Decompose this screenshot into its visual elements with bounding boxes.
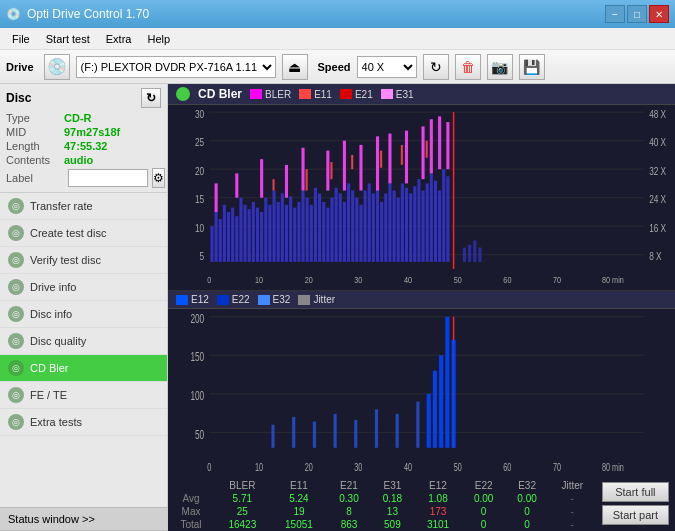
- sidebar-item-disc-info[interactable]: ◎ Disc info: [0, 301, 167, 328]
- chart1-titlebar: CD Bler BLER E11 E21 E31: [168, 84, 675, 105]
- sidebar-item-disc-quality-label: Disc quality: [30, 335, 86, 347]
- svg-text:50: 50: [454, 274, 462, 285]
- menu-extra[interactable]: Extra: [98, 31, 140, 47]
- svg-rect-78: [413, 186, 416, 262]
- stats-max-label: Max: [168, 505, 214, 518]
- svg-rect-58: [330, 198, 333, 262]
- disc-refresh-btn[interactable]: ↻: [141, 88, 161, 108]
- chart1-icon: [176, 87, 190, 101]
- sidebar-item-transfer-rate[interactable]: ◎ Transfer rate: [0, 193, 167, 220]
- sidebar-item-create-test-disc[interactable]: ◎ Create test disc: [0, 220, 167, 247]
- svg-text:24 X: 24 X: [649, 193, 666, 206]
- disc-label-input[interactable]: [68, 169, 148, 187]
- svg-rect-141: [354, 420, 357, 448]
- svg-text:80 min: 80 min: [602, 274, 624, 285]
- svg-rect-44: [273, 191, 276, 262]
- svg-rect-92: [326, 151, 329, 191]
- cd-bler-icon: ◎: [8, 360, 24, 376]
- svg-text:5: 5: [200, 250, 205, 263]
- disc-label-row: Label ⚙: [6, 168, 161, 188]
- save-button[interactable]: 💾: [519, 54, 545, 80]
- svg-text:0: 0: [207, 462, 211, 474]
- svg-text:200: 200: [190, 312, 204, 326]
- sidebar-item-verify-test-disc-label: Verify test disc: [30, 254, 101, 266]
- svg-rect-76: [405, 188, 408, 262]
- svg-rect-40: [256, 208, 259, 262]
- sidebar-item-fe-te[interactable]: ◎ FE / TE: [0, 382, 167, 409]
- svg-rect-95: [376, 136, 379, 190]
- svg-rect-54: [314, 188, 317, 262]
- speed-label: Speed: [318, 61, 351, 73]
- disc-info-icon: ◎: [8, 306, 24, 322]
- eject-button[interactable]: ⏏: [282, 54, 308, 80]
- svg-rect-112: [478, 248, 481, 262]
- svg-text:60: 60: [503, 462, 511, 474]
- svg-text:50: 50: [195, 427, 204, 441]
- stats-max-e31: 13: [371, 505, 414, 518]
- svg-rect-91: [301, 148, 304, 191]
- stats-total-bler: 16423: [214, 518, 271, 531]
- svg-rect-74: [397, 198, 400, 262]
- menu-start-test[interactable]: Start test: [38, 31, 98, 47]
- svg-rect-33: [227, 212, 230, 262]
- stats-avg-e31: 0.18: [371, 492, 414, 505]
- app-title: Opti Drive Control 1.70: [27, 7, 149, 21]
- refresh-button[interactable]: ↻: [423, 54, 449, 80]
- svg-text:20: 20: [195, 165, 205, 178]
- svg-rect-56: [322, 202, 325, 262]
- drive-select[interactable]: (F:) PLEXTOR DVDR PX-716A 1.11: [76, 56, 276, 78]
- camera-button[interactable]: 📷: [487, 54, 513, 80]
- svg-rect-66: [364, 191, 367, 262]
- drive-icon-btn[interactable]: 💿: [44, 54, 70, 80]
- status-window-button[interactable]: Status window >>: [0, 507, 167, 531]
- stats-total-e12: 3101: [414, 518, 462, 531]
- stats-avg-bler: 5.71: [214, 492, 271, 505]
- stats-header-bler: BLER: [214, 479, 271, 492]
- maximize-button[interactable]: □: [627, 5, 647, 23]
- minimize-button[interactable]: −: [605, 5, 625, 23]
- svg-rect-68: [372, 193, 375, 261]
- svg-rect-132: [427, 394, 431, 448]
- stats-total-jitter: -: [549, 518, 596, 531]
- svg-rect-38: [248, 209, 251, 262]
- app-icon: 💿: [6, 7, 21, 21]
- svg-text:30: 30: [354, 462, 362, 474]
- transfer-rate-icon: ◎: [8, 198, 24, 214]
- sidebar-item-extra-tests[interactable]: ◎ Extra tests: [0, 409, 167, 436]
- svg-rect-111: [473, 240, 476, 261]
- menu-help[interactable]: Help: [139, 31, 178, 47]
- svg-rect-48: [289, 196, 292, 262]
- sidebar-item-cd-bler[interactable]: ◎ CD Bler: [0, 355, 167, 382]
- speed-select[interactable]: 40 X: [357, 56, 417, 78]
- create-test-disc-icon: ◎: [8, 225, 24, 241]
- sidebar-item-extra-tests-label: Extra tests: [30, 416, 82, 428]
- sidebar-item-disc-quality[interactable]: ◎ Disc quality: [0, 328, 167, 355]
- disc-settings-btn[interactable]: ⚙: [152, 168, 165, 188]
- svg-text:60: 60: [503, 274, 511, 285]
- svg-text:8 X: 8 X: [649, 250, 662, 263]
- svg-rect-70: [380, 202, 383, 262]
- stats-max-e21: 8: [327, 505, 370, 518]
- svg-text:10: 10: [255, 462, 263, 474]
- clear-button[interactable]: 🗑: [455, 54, 481, 80]
- stats-header-e31: E31: [371, 479, 414, 492]
- titlebar: 💿 Opti Drive Control 1.70 − □ ✕: [0, 0, 675, 28]
- titlebar-left: 💿 Opti Drive Control 1.70: [6, 7, 149, 21]
- start-full-button[interactable]: Start full: [602, 482, 669, 502]
- svg-rect-37: [244, 205, 247, 262]
- svg-rect-46: [281, 193, 284, 261]
- stats-total-e22: 0: [462, 518, 505, 531]
- stats-row-avg: Avg 5.71 5.24 0.30 0.18 1.08 0.00 0.00 -: [168, 492, 596, 505]
- extra-tests-icon: ◎: [8, 414, 24, 430]
- start-part-button[interactable]: Start part: [602, 505, 669, 525]
- sidebar-item-drive-info[interactable]: ◎ Drive info: [0, 274, 167, 301]
- svg-rect-140: [334, 414, 337, 448]
- svg-rect-102: [273, 179, 275, 190]
- legend-e31: E31: [381, 89, 414, 100]
- stats-header-e21: E21: [327, 479, 370, 492]
- close-button[interactable]: ✕: [649, 5, 669, 23]
- sidebar-item-verify-test-disc[interactable]: ◎ Verify test disc: [0, 247, 167, 274]
- menu-file[interactable]: File: [4, 31, 38, 47]
- svg-text:16 X: 16 X: [649, 222, 666, 235]
- legend2-e32: E32: [258, 294, 291, 305]
